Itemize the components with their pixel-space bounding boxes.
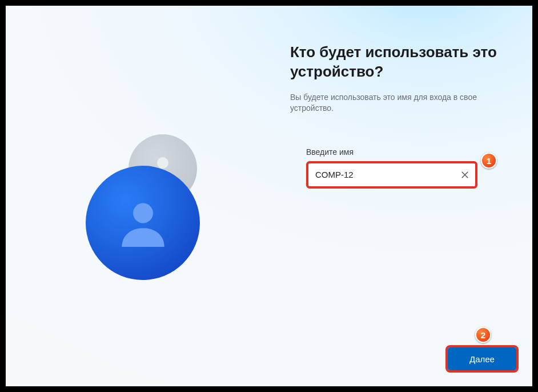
- name-field-label: Введите имя: [306, 147, 507, 157]
- page-subtitle: Вы будете использовать это имя для входа…: [290, 92, 507, 114]
- avatar-primary: [86, 166, 200, 280]
- next-button[interactable]: Далее: [448, 347, 516, 370]
- clear-input-button[interactable]: [458, 168, 472, 182]
- person-icon: [113, 193, 173, 253]
- name-field-area: Введите имя: [306, 147, 507, 189]
- annotation-badge-1: 1: [481, 153, 497, 169]
- close-icon: [461, 171, 469, 179]
- svg-point-0: [157, 157, 168, 169]
- page-title: Кто будет использовать это устройство?: [290, 43, 507, 82]
- setup-panel: Кто будет использовать это устройство? В…: [6, 6, 532, 386]
- svg-point-1: [133, 203, 153, 223]
- next-button-highlight: Далее: [445, 345, 519, 373]
- content-column: Кто будет использовать это устройство? В…: [290, 43, 507, 189]
- name-input-highlight: [306, 161, 477, 189]
- window-frame: Кто будет использовать это устройство? В…: [0, 0, 538, 392]
- user-illustration: [86, 134, 246, 294]
- annotation-badge-2: 2: [475, 327, 491, 343]
- name-input[interactable]: [308, 163, 475, 186]
